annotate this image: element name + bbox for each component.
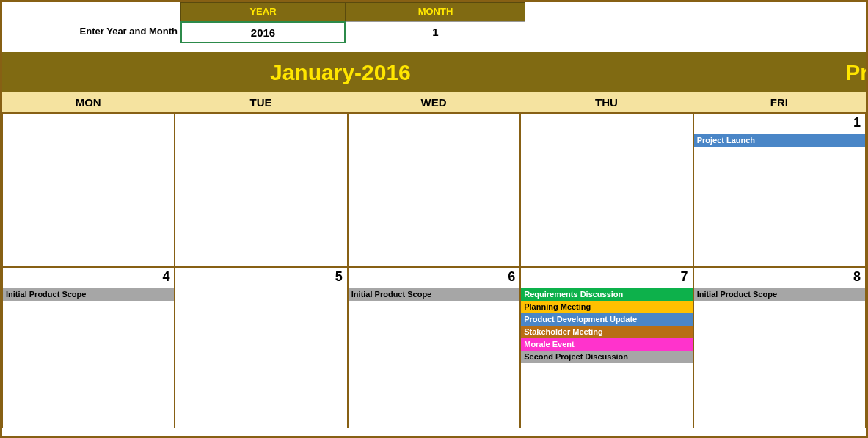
month-header: MONTH: [346, 2, 525, 21]
events-container: Requirements DiscussionPlanning MeetingP…: [521, 288, 692, 363]
input-row: Enter Year and Month YEAR MONTH 2016 1: [2, 2, 866, 46]
day-header-thu: THU: [520, 92, 693, 112]
calendar-grid: 1Project Launch 4Initial Product Scope56…: [2, 113, 866, 428]
events-container: Initial Product Scope: [349, 288, 519, 301]
right-title-partial: Pr: [845, 60, 868, 85]
input-headers: YEAR MONTH: [180, 2, 525, 21]
day-header-fri: FRI: [693, 92, 866, 112]
event-item[interactable]: Initial Product Scope: [349, 288, 519, 301]
day-header-tue: TUE: [175, 92, 347, 112]
day-cell[interactable]: [2, 113, 175, 267]
day-number: 4: [162, 269, 169, 285]
day-cell[interactable]: 7Requirements DiscussionPlanning Meeting…: [520, 267, 693, 428]
day-cell[interactable]: 4Initial Product Scope: [2, 267, 175, 428]
event-item[interactable]: Initial Product Scope: [694, 288, 865, 301]
events-container: Project Launch: [694, 134, 865, 147]
event-item[interactable]: Planning Meeting: [521, 301, 692, 313]
event-item[interactable]: Product Development Update: [521, 313, 692, 326]
week-row: 4Initial Product Scope56Initial Product …: [2, 267, 866, 428]
day-header-mon: MON: [2, 92, 175, 112]
input-cells: 2016 1: [180, 21, 525, 43]
input-label: Enter Year and Month: [2, 26, 180, 37]
event-item[interactable]: Second Project Discussion: [521, 351, 692, 363]
year-header: YEAR: [180, 2, 346, 21]
day-number: 5: [335, 269, 343, 285]
title-bar: January-2016 Pr: [2, 52, 866, 92]
day-cell[interactable]: [520, 113, 693, 267]
event-item[interactable]: Requirements Discussion: [521, 288, 692, 301]
day-number: 8: [853, 269, 861, 285]
events-container: Initial Product Scope: [694, 288, 865, 301]
events-container: Initial Product Scope: [3, 288, 174, 301]
event-item[interactable]: Morale Event: [521, 338, 692, 351]
day-cell[interactable]: 8Initial Product Scope: [693, 267, 866, 428]
day-cell[interactable]: 6Initial Product Scope: [348, 267, 520, 428]
event-item[interactable]: Project Launch: [694, 134, 865, 147]
week-row: 1Project Launch: [2, 113, 866, 267]
day-header-wed: WED: [348, 92, 520, 112]
day-cell[interactable]: 1Project Launch: [693, 113, 866, 267]
event-item[interactable]: Stakeholder Meeting: [521, 326, 692, 338]
day-number: 6: [508, 269, 515, 285]
month-title: January-2016: [270, 60, 411, 85]
day-cell[interactable]: 5: [175, 267, 347, 428]
day-headers: MON TUE WED THU FRI: [2, 92, 866, 113]
day-number: 7: [681, 269, 688, 285]
day-cell[interactable]: [175, 113, 347, 267]
month-input[interactable]: 1: [346, 21, 525, 43]
day-number: 1: [853, 115, 861, 131]
year-input[interactable]: 2016: [180, 21, 346, 43]
event-item[interactable]: Initial Product Scope: [3, 288, 174, 301]
day-cell[interactable]: [348, 113, 520, 267]
